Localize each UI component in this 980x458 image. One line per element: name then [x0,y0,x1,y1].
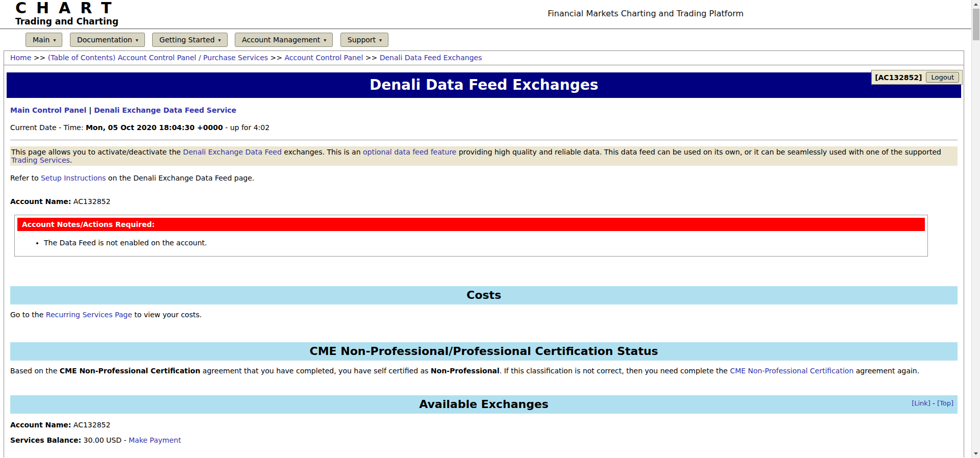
nav-getting-started-label: Getting Started [159,36,214,44]
divider [10,140,958,140]
denali-exchange-data-feed-link[interactable]: Denali Exchange Data Feed [183,148,282,156]
uptime-text: - up for 4:02 [223,123,270,132]
logo-text: CHART [15,0,121,17]
quick-links-row: Main Control Panel | Denali Exchange Dat… [10,106,958,114]
breadcrumb-toc-link[interactable]: (Table of Contents) Account Control Pane… [48,54,268,62]
refer-text: Refer to [10,174,41,182]
account-id-badge: [AC132852] [875,73,922,82]
scrollbar-thumb[interactable] [973,9,979,40]
account-name-row: Account Name: AC132852 [10,421,958,429]
breadcrumb-account-control-panel-link[interactable]: Account Control Panel [285,54,363,62]
intro-paragraph: This page allows you to activate/deactiv… [10,146,958,166]
refer-paragraph: Refer to Setup Instructions on the Denal… [10,174,958,182]
refer-text: on the Denali Exchange Data Feed page. [106,174,254,182]
optional-data-feed-feature-link[interactable]: optional data feed feature [363,148,456,156]
section-top-anchor[interactable]: [Top] [937,399,953,407]
nav-account-management-label: Account Management [242,36,320,44]
account-name-row: Account Name: AC132852 [10,197,958,206]
account-notes-box: Account Notes/Actions Required: The Data… [14,215,928,257]
intro-text: . [70,156,72,164]
caret-down-icon: ▾ [53,37,56,43]
nav-documentation-button[interactable]: Documentation▾ [70,33,145,47]
account-session-box: [AC132852] Logout [871,70,963,85]
available-exchanges-title: Available Exchanges [419,398,548,411]
account-name-label: Account Name: [10,421,71,429]
scroll-down-icon[interactable] [972,449,980,458]
available-exchanges-section-header: [Link] - [Top]Available Exchanges [10,395,958,414]
intro-text: This page allows you to activate/deactiv… [11,148,183,156]
scroll-up-icon[interactable] [972,0,980,9]
logo-subtext: Trading and Charting [15,16,121,27]
services-balance-row: Services Balance: 30.00 USD - Make Payme… [10,436,958,444]
breadcrumb-separator: >> [31,54,47,62]
trading-services-link[interactable]: Trading Services [11,156,70,164]
make-payment-link[interactable]: Make Payment [129,436,181,444]
cme-certification-section-header: CME Non-Professional/Professional Certif… [10,342,958,361]
logout-button[interactable]: Logout [926,72,959,83]
costs-paragraph: Go to the Recurring Services Page to vie… [10,311,958,319]
services-balance-value: 30.00 USD - [81,436,129,444]
account-notes-list: The Data Feed is not enabled on the acco… [17,239,925,247]
datetime-value: Mon, 05 Oct 2020 18:04:30 +0000 [86,123,223,132]
services-balance-label: Services Balance: [10,436,81,444]
platform-title: Financial Markets Charting and Trading P… [548,9,744,18]
main-nav: Main▾ Documentation▾ Getting Started▾ Ac… [0,29,971,50]
intro-text: exchanges. This is an [282,148,363,156]
caret-down-icon: ▾ [136,37,138,43]
nav-documentation-label: Documentation [77,36,132,44]
costs-text: to view your costs. [132,311,202,319]
account-name-value: AC132852 [71,197,110,206]
account-name-value: AC132852 [71,421,110,429]
nav-support-label: Support [348,36,376,44]
site-header: CHARTTrading and Charting Financial Mark… [0,0,971,29]
caret-down-icon: ▾ [324,37,326,43]
breadcrumb-separator: >> [268,54,284,62]
page-content: Main Control Panel | Denali Exchange Dat… [4,106,964,454]
denali-data-feed-service-link[interactable]: Denali Exchange Data Feed Service [94,106,236,114]
section-link-anchor[interactable]: [Link] [912,399,930,407]
current-datetime-row: Current Date - Time: Mon, 05 Oct 2020 18… [10,123,958,132]
account-note-item: The Data Feed is not enabled on the acco… [44,239,925,247]
costs-text: Go to the [10,311,46,319]
breadcrumb: Home >> (Table of Contents) Account Cont… [4,51,964,65]
breadcrumb-home-link[interactable]: Home [10,54,31,62]
nav-main-label: Main [33,36,50,44]
quick-links-separator: | [86,106,94,114]
setup-instructions-link[interactable]: Setup Instructions [41,174,106,182]
breadcrumb-separator: >> [363,54,379,62]
page-frame: Home >> (Table of Contents) Account Cont… [4,50,964,457]
cme-text: . If this classification is not correct,… [500,367,730,375]
caret-down-icon: ▾ [218,37,221,43]
datetime-label: Current Date - Time: [10,123,86,132]
account-notes-header: Account Notes/Actions Required: [17,218,925,231]
intro-text: providing high quality and reliable data… [456,148,941,156]
cme-certification-bold: CME Non-Professional Certification [60,367,201,375]
vertical-scrollbar[interactable] [971,0,980,458]
main-control-panel-link[interactable]: Main Control Panel [10,106,86,114]
anchor-separator: - [930,399,937,407]
cme-paragraph: Based on the CME Non-Professional Certif… [10,367,958,375]
cme-certification-link[interactable]: CME Non-Professional Certification [730,367,853,375]
section-anchor-links: [Link] - [Top] [912,399,953,407]
cme-text: agreement again. [853,367,919,375]
caret-down-icon: ▾ [379,37,382,43]
nav-getting-started-button[interactable]: Getting Started▾ [152,33,227,47]
non-professional-bold: Non-Professional [431,367,500,375]
account-name-label: Account Name: [10,197,71,206]
cme-text: Based on the [10,367,60,375]
costs-section-header: Costs [10,286,958,304]
recurring-services-page-link[interactable]: Recurring Services Page [46,311,132,319]
nav-account-management-button[interactable]: Account Management▾ [235,33,333,47]
nav-support-button[interactable]: Support▾ [340,33,388,47]
page-main-column: CHARTTrading and Charting Financial Mark… [0,0,971,458]
breadcrumb-current-page: Denali Data Feed Exchanges [380,54,482,62]
site-logo[interactable]: CHARTTrading and Charting [15,1,121,27]
cme-text: agreement that you have completed, you h… [200,367,430,375]
page-title: Denali Data Feed Exchanges [7,72,961,98]
nav-main-button[interactable]: Main▾ [26,33,62,47]
title-banner-row: Denali Data Feed Exchanges [AC132852] Lo… [7,72,961,98]
